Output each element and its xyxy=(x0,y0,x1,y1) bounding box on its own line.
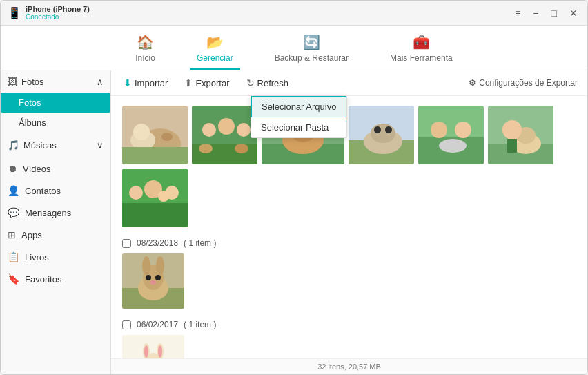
import-dropdown: Selecionar Arquivo Selecionar Pasta xyxy=(251,95,347,138)
svg-point-4 xyxy=(161,133,173,141)
sidebar-item-livros[interactable]: 📋 Livros xyxy=(1,246,110,268)
export-icon: ⬆ xyxy=(184,77,193,88)
tools-icon: 🧰 xyxy=(413,34,430,50)
photo-group-2018-count: ( 1 item ) xyxy=(184,238,216,248)
sidebar-item-videos[interactable]: ⏺ Vídeos xyxy=(1,157,110,180)
folder-icon: 📂 xyxy=(206,34,224,50)
photo-thumb-6[interactable] xyxy=(488,106,553,164)
backup-icon: 🔄 xyxy=(303,34,320,50)
sidebar-group-musicas-left: 🎵 Músicas xyxy=(8,140,57,151)
photo-thumb-7[interactable] xyxy=(122,169,188,227)
svg-point-39 xyxy=(129,186,143,200)
photo-group-2017-checkbox[interactable] xyxy=(122,320,131,329)
svg-point-35 xyxy=(502,120,522,140)
sidebar-item-favoritos[interactable]: 🔖 Favoritos xyxy=(1,268,110,290)
photo-thumb-4[interactable] xyxy=(349,106,414,164)
refresh-button[interactable]: ↻ Refresh xyxy=(244,76,292,90)
export-settings-button[interactable]: ⚙ Configurações de Exportar xyxy=(469,78,578,88)
content: ⬇ Importar ⬆ Exportar ↻ Refresh ⚙ Config… xyxy=(111,70,587,374)
statusbar: 32 itens, 20,57 MB xyxy=(111,358,587,374)
device-status: Conectado xyxy=(26,13,90,21)
tab-ferramentas[interactable]: 🧰 Mais Ferramenta xyxy=(383,31,460,70)
photo-area[interactable]: 08/23/2018 ( 1 item ) xyxy=(111,96,587,358)
musicas-chevron-icon: ∨ xyxy=(97,140,104,151)
sidebar-item-mensagens[interactable]: 💬 Mensagens xyxy=(1,202,110,224)
minimize-button[interactable]: − xyxy=(530,6,541,20)
contatos-icon: 👤 xyxy=(8,185,19,196)
musicas-icon: 🎵 xyxy=(8,140,19,151)
main-area: 🖼 Fotos ∧ Fotos Álbuns 🎵 Músicas xyxy=(1,70,587,374)
photo-row-2017 xyxy=(122,335,576,358)
device-info: iPhone (iPhone 7) Conectado xyxy=(26,5,90,21)
titlebar: 📱 iPhone (iPhone 7) Conectado ≡ − □ ✕ xyxy=(1,1,587,26)
dropdown-item-pasta[interactable]: Selecionar Pasta xyxy=(251,117,346,137)
svg-point-8 xyxy=(202,123,216,137)
photo-group-2018: 08/23/2018 ( 1 item ) xyxy=(122,238,576,309)
svg-point-57 xyxy=(144,345,148,358)
svg-point-50 xyxy=(155,275,161,280)
close-button[interactable]: ✕ xyxy=(567,6,580,20)
photo-group-2018-checkbox[interactable] xyxy=(122,239,131,248)
photo-thumb-5[interactable] xyxy=(418,106,484,164)
import-button[interactable]: ⬇ Importar xyxy=(121,76,170,90)
photo-group-2017-date: 06/02/2017 xyxy=(137,320,178,329)
nav-tabs: 🏠 Início 📂 Gerenciar 🔄 Backup & Restaura… xyxy=(1,26,587,70)
livros-icon: 📋 xyxy=(8,251,19,262)
photo-group-2018-date: 08/23/2018 xyxy=(137,238,178,248)
photo-group-2017-header: 06/02/2017 ( 1 item ) xyxy=(122,320,576,329)
tab-backup-label: Backup & Restaurar xyxy=(275,53,349,63)
tab-inicio[interactable]: 🏠 Início xyxy=(128,31,162,70)
svg-point-28 xyxy=(431,122,447,138)
svg-point-10 xyxy=(237,123,251,137)
main-window: 📱 iPhone (iPhone 7) Conectado ≡ − □ ✕ 🏠 … xyxy=(0,0,588,375)
device-icon: 📱 xyxy=(8,6,21,19)
sidebar-item-apps[interactable]: ⊞ Apps xyxy=(1,224,110,246)
sidebar-item-fotos[interactable]: Fotos xyxy=(1,93,110,113)
refresh-icon: ↻ xyxy=(246,77,255,88)
fotos-label: Fotos xyxy=(21,77,44,87)
svg-rect-38 xyxy=(122,203,188,227)
tab-inicio-label: Início xyxy=(135,53,155,63)
sidebar-item-albuns[interactable]: Álbuns xyxy=(1,113,110,133)
fotos-icon: 🖼 xyxy=(8,76,17,87)
svg-point-49 xyxy=(146,275,151,280)
photo-row-1 xyxy=(122,106,576,227)
svg-point-3 xyxy=(133,124,150,140)
export-button[interactable]: ⬆ Exportar xyxy=(182,76,232,90)
apps-icon: ⊞ xyxy=(8,229,16,240)
sidebar-item-contatos[interactable]: 👤 Contatos xyxy=(1,180,110,202)
dropdown-item-arquivo[interactable]: Selecionar Arquivo xyxy=(251,96,346,117)
mensagens-icon: 💬 xyxy=(8,207,19,218)
maximize-button[interactable]: □ xyxy=(549,6,560,20)
svg-point-29 xyxy=(455,122,471,138)
photo-thumb-1[interactable] xyxy=(122,106,188,164)
svg-point-58 xyxy=(158,345,162,358)
svg-point-30 xyxy=(439,139,467,153)
tab-backup[interactable]: 🔄 Backup & Restaurar xyxy=(268,31,355,70)
toolbar: ⬇ Importar ⬆ Exportar ↻ Refresh ⚙ Config… xyxy=(111,70,587,96)
svg-point-25 xyxy=(385,126,392,133)
svg-point-24 xyxy=(374,126,381,133)
svg-point-51 xyxy=(150,280,156,285)
svg-rect-5 xyxy=(122,147,188,164)
photo-thumb-rabbit[interactable] xyxy=(122,253,184,309)
menu-button[interactable]: ≡ xyxy=(512,6,523,20)
sidebar-group-fotos-header[interactable]: 🖼 Fotos ∧ xyxy=(1,70,110,93)
svg-point-23 xyxy=(371,124,395,143)
photo-thumb-sticker[interactable] xyxy=(122,335,184,358)
svg-point-9 xyxy=(218,118,235,135)
photo-row-2018 xyxy=(122,253,576,309)
photo-group-2017: 06/02/2017 ( 1 item ) xyxy=(122,320,576,358)
tab-gerenciar[interactable]: 📂 Gerenciar xyxy=(190,31,240,70)
svg-rect-36 xyxy=(507,139,517,153)
titlebar-controls: ≡ − □ ✕ xyxy=(512,6,580,20)
svg-point-11 xyxy=(199,144,213,153)
tab-gerenciar-label: Gerenciar xyxy=(197,53,233,63)
photo-thumb-2[interactable] xyxy=(192,106,257,164)
sidebar-group-musicas: 🎵 Músicas ∨ xyxy=(1,134,110,156)
sidebar: 🖼 Fotos ∧ Fotos Álbuns 🎵 Músicas xyxy=(1,70,111,374)
sidebar-group-musicas-header[interactable]: 🎵 Músicas ∨ xyxy=(1,134,110,156)
svg-point-12 xyxy=(235,144,248,153)
svg-point-48 xyxy=(156,256,164,276)
photo-group-2018-header: 08/23/2018 ( 1 item ) xyxy=(122,238,576,248)
